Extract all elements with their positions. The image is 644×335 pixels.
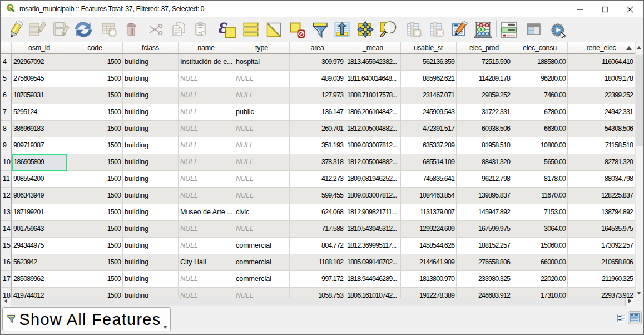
svg-text:ε: ε	[219, 21, 228, 38]
